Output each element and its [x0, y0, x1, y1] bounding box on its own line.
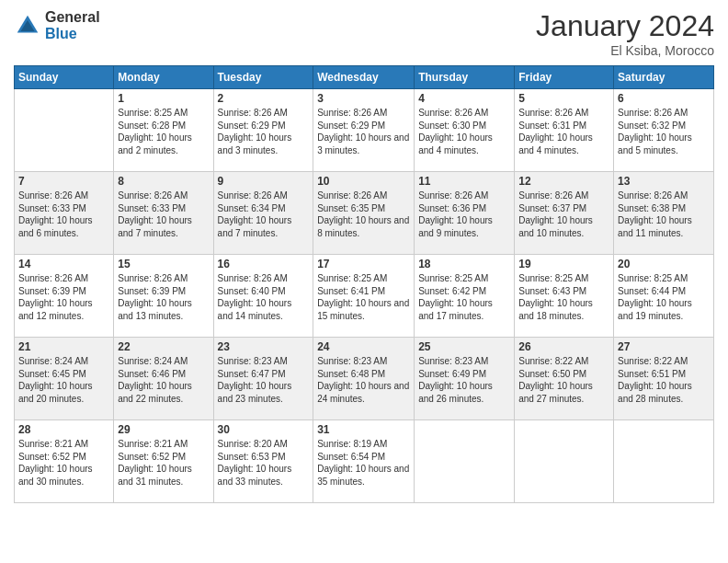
col-thursday: Thursday: [415, 66, 515, 89]
day-number: 21: [18, 340, 109, 353]
calendar-cell: [415, 420, 515, 503]
day-number: 10: [317, 175, 410, 188]
day-number: 25: [418, 340, 510, 353]
day-info: Sunrise: 8:20 AMSunset: 6:53 PMDaylight:…: [218, 438, 310, 488]
calendar-cell: 13Sunrise: 8:26 AMSunset: 6:38 PMDayligh…: [614, 172, 714, 255]
day-number: 15: [118, 258, 209, 270]
day-info: Sunrise: 8:25 AMSunset: 6:42 PMDaylight:…: [418, 272, 510, 322]
day-info: Sunrise: 8:23 AMSunset: 6:48 PMDaylight:…: [317, 355, 410, 405]
col-tuesday: Tuesday: [213, 66, 313, 89]
calendar-cell: 24Sunrise: 8:23 AMSunset: 6:48 PMDayligh…: [313, 338, 415, 420]
day-number: 31: [317, 423, 410, 436]
calendar-cell: 16Sunrise: 8:26 AMSunset: 6:40 PMDayligh…: [213, 255, 313, 338]
day-info: Sunrise: 8:25 AMSunset: 6:43 PMDaylight:…: [518, 272, 609, 322]
title-block: January 2024 El Ksiba, Morocco: [536, 9, 714, 58]
calendar-cell: 30Sunrise: 8:20 AMSunset: 6:53 PMDayligh…: [213, 420, 313, 503]
day-info: Sunrise: 8:26 AMSunset: 6:35 PMDaylight:…: [317, 190, 410, 239]
week-row-4: 21Sunrise: 8:24 AMSunset: 6:45 PMDayligh…: [15, 338, 714, 420]
day-number: 22: [118, 340, 209, 353]
calendar-table: Sunday Monday Tuesday Wednesday Thursday…: [14, 65, 714, 503]
week-row-2: 7Sunrise: 8:26 AMSunset: 6:33 PMDaylight…: [15, 172, 714, 255]
calendar-cell: 20Sunrise: 8:25 AMSunset: 6:44 PMDayligh…: [614, 255, 714, 338]
day-info: Sunrise: 8:26 AMSunset: 6:39 PMDaylight:…: [118, 272, 209, 322]
day-info: Sunrise: 8:23 AMSunset: 6:49 PMDaylight:…: [418, 355, 510, 405]
calendar-cell: 6Sunrise: 8:26 AMSunset: 6:32 PMDaylight…: [614, 89, 714, 172]
calendar-cell: 31Sunrise: 8:19 AMSunset: 6:54 PMDayligh…: [313, 420, 415, 503]
calendar-cell: 12Sunrise: 8:26 AMSunset: 6:37 PMDayligh…: [515, 172, 614, 255]
day-number: 3: [317, 92, 410, 105]
day-number: 8: [118, 175, 209, 188]
day-number: 16: [218, 258, 310, 270]
day-number: 7: [18, 175, 109, 188]
calendar-cell: 29Sunrise: 8:21 AMSunset: 6:52 PMDayligh…: [114, 420, 213, 503]
calendar-cell: 10Sunrise: 8:26 AMSunset: 6:35 PMDayligh…: [313, 172, 415, 255]
calendar-cell: 15Sunrise: 8:26 AMSunset: 6:39 PMDayligh…: [114, 255, 213, 338]
day-info: Sunrise: 8:22 AMSunset: 6:50 PMDaylight:…: [518, 355, 609, 405]
day-info: Sunrise: 8:24 AMSunset: 6:46 PMDaylight:…: [118, 355, 209, 405]
day-info: Sunrise: 8:26 AMSunset: 6:33 PMDaylight:…: [118, 190, 209, 239]
calendar-cell: 17Sunrise: 8:25 AMSunset: 6:41 PMDayligh…: [313, 255, 415, 338]
day-number: 24: [317, 340, 410, 353]
day-info: Sunrise: 8:25 AMSunset: 6:44 PMDaylight:…: [618, 272, 710, 322]
month-title: January 2024: [536, 9, 714, 43]
calendar-cell: 19Sunrise: 8:25 AMSunset: 6:43 PMDayligh…: [515, 255, 614, 338]
day-info: Sunrise: 8:26 AMSunset: 6:33 PMDaylight:…: [18, 190, 109, 239]
page-container: General Blue January 2024 El Ksiba, Moro…: [0, 0, 728, 563]
day-number: 9: [218, 175, 310, 188]
calendar-cell: 14Sunrise: 8:26 AMSunset: 6:39 PMDayligh…: [15, 255, 114, 338]
calendar-cell: 27Sunrise: 8:22 AMSunset: 6:51 PMDayligh…: [614, 338, 714, 420]
calendar-cell: 9Sunrise: 8:26 AMSunset: 6:34 PMDaylight…: [213, 172, 313, 255]
calendar-cell: 26Sunrise: 8:22 AMSunset: 6:50 PMDayligh…: [515, 338, 614, 420]
header-row: Sunday Monday Tuesday Wednesday Thursday…: [15, 66, 714, 89]
day-info: Sunrise: 8:23 AMSunset: 6:47 PMDaylight:…: [218, 355, 310, 405]
day-info: Sunrise: 8:26 AMSunset: 6:29 PMDaylight:…: [317, 107, 410, 156]
col-wednesday: Wednesday: [313, 66, 415, 89]
week-row-3: 14Sunrise: 8:26 AMSunset: 6:39 PMDayligh…: [15, 255, 714, 338]
calendar-cell: [515, 420, 614, 503]
day-info: Sunrise: 8:26 AMSunset: 6:32 PMDaylight:…: [618, 107, 710, 156]
day-number: 20: [618, 258, 710, 270]
day-info: Sunrise: 8:21 AMSunset: 6:52 PMDaylight:…: [118, 438, 209, 488]
calendar-cell: 2Sunrise: 8:26 AMSunset: 6:29 PMDaylight…: [213, 89, 313, 172]
calendar-header: Sunday Monday Tuesday Wednesday Thursday…: [15, 66, 714, 89]
day-info: Sunrise: 8:26 AMSunset: 6:36 PMDaylight:…: [418, 190, 510, 239]
day-number: 26: [518, 340, 609, 353]
day-info: Sunrise: 8:26 AMSunset: 6:37 PMDaylight:…: [518, 190, 609, 239]
week-row-1: 1Sunrise: 8:25 AMSunset: 6:28 PMDaylight…: [15, 89, 714, 172]
calendar-cell: 23Sunrise: 8:23 AMSunset: 6:47 PMDayligh…: [213, 338, 313, 420]
day-number: 1: [118, 92, 209, 105]
calendar-cell: 22Sunrise: 8:24 AMSunset: 6:46 PMDayligh…: [114, 338, 213, 420]
day-number: 30: [218, 423, 310, 436]
day-info: Sunrise: 8:26 AMSunset: 6:29 PMDaylight:…: [218, 107, 310, 156]
logo: General Blue: [14, 9, 100, 41]
day-info: Sunrise: 8:24 AMSunset: 6:45 PMDaylight:…: [18, 355, 109, 405]
day-number: 19: [518, 258, 609, 270]
day-info: Sunrise: 8:21 AMSunset: 6:52 PMDaylight:…: [18, 438, 109, 488]
day-info: Sunrise: 8:25 AMSunset: 6:28 PMDaylight:…: [118, 107, 209, 156]
day-info: Sunrise: 8:26 AMSunset: 6:39 PMDaylight:…: [18, 272, 109, 322]
calendar-cell: 7Sunrise: 8:26 AMSunset: 6:33 PMDaylight…: [15, 172, 114, 255]
calendar-body: 1Sunrise: 8:25 AMSunset: 6:28 PMDaylight…: [15, 89, 714, 503]
logo-icon: [14, 12, 41, 40]
location: El Ksiba, Morocco: [536, 43, 714, 58]
day-info: Sunrise: 8:26 AMSunset: 6:31 PMDaylight:…: [518, 107, 609, 156]
day-info: Sunrise: 8:19 AMSunset: 6:54 PMDaylight:…: [317, 438, 410, 488]
day-info: Sunrise: 8:26 AMSunset: 6:34 PMDaylight:…: [218, 190, 310, 239]
calendar-cell: 18Sunrise: 8:25 AMSunset: 6:42 PMDayligh…: [415, 255, 515, 338]
col-saturday: Saturday: [614, 66, 714, 89]
calendar-cell: 3Sunrise: 8:26 AMSunset: 6:29 PMDaylight…: [313, 89, 415, 172]
day-info: Sunrise: 8:22 AMSunset: 6:51 PMDaylight:…: [618, 355, 710, 405]
day-number: 29: [118, 423, 209, 436]
week-row-5: 28Sunrise: 8:21 AMSunset: 6:52 PMDayligh…: [15, 420, 714, 503]
calendar-cell: 5Sunrise: 8:26 AMSunset: 6:31 PMDaylight…: [515, 89, 614, 172]
day-number: 14: [18, 258, 109, 270]
calendar-cell: 25Sunrise: 8:23 AMSunset: 6:49 PMDayligh…: [415, 338, 515, 420]
day-number: 5: [518, 92, 609, 105]
day-info: Sunrise: 8:26 AMSunset: 6:38 PMDaylight:…: [618, 190, 710, 239]
day-number: 6: [618, 92, 710, 105]
calendar-cell: 8Sunrise: 8:26 AMSunset: 6:33 PMDaylight…: [114, 172, 213, 255]
calendar-cell: [15, 89, 114, 172]
logo-blue: Blue: [45, 26, 100, 42]
day-number: 23: [218, 340, 310, 353]
calendar-cell: 21Sunrise: 8:24 AMSunset: 6:45 PMDayligh…: [15, 338, 114, 420]
